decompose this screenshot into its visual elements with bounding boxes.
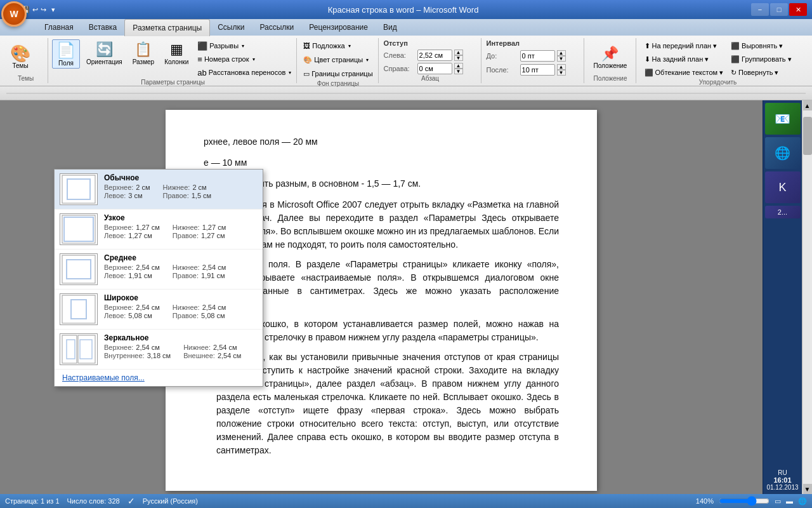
line-numbers-button[interactable]: ≡ Номера строк ▾ (195, 53, 294, 65)
tab-insert[interactable]: Вставка (81, 19, 125, 36)
after-down[interactable]: ▼ (557, 70, 566, 76)
sidebar-icon-2[interactable]: 🌐 (765, 137, 801, 169)
narrow-col2: Нижнее:1,27 см Правое:1,27 см (173, 224, 226, 239)
hyphenation-label: Расстановка переносов (209, 69, 285, 76)
scroll-thumb[interactable] (803, 117, 812, 155)
fields-dropdown: Обычное Верхнее: 2 см Левое: 3 см (54, 169, 263, 387)
before-spinner[interactable]: ▲ ▼ (557, 50, 566, 62)
bring-to-front-button[interactable]: ⬆ На передний план ▾ (641, 39, 727, 52)
narrow-col1: Верхнее:1,27 см Левое:1,27 см (104, 224, 160, 239)
page-color-button[interactable]: 🎨 Цвет страницы ▾ (301, 53, 375, 66)
mirrored-outer-label: Внешнее: (183, 352, 215, 359)
right-indent-input[interactable] (417, 63, 452, 74)
menu-item-normal[interactable]: Обычное Верхнее: 2 см Левое: 3 см (55, 170, 263, 210)
right-indent-down[interactable]: ▼ (454, 69, 463, 74)
medium-bottom-val: 2,54 см (202, 264, 226, 271)
watermark-button[interactable]: 🖼 Подложка ▾ (301, 39, 375, 52)
align-label: Выровнять (742, 42, 777, 50)
quick-access-redo[interactable]: ↪ (41, 6, 46, 14)
sidebar-icon-1[interactable]: 📧 (765, 103, 801, 135)
customize-fields-link[interactable]: Настраиваемые поля... (55, 370, 263, 386)
mirrored-inner-label: Внутреннее: (104, 352, 145, 359)
customize-fields-label: Настраиваемые поля... (62, 373, 145, 382)
status-view-normal[interactable]: ▭ (775, 497, 781, 505)
sidebar-icon-3[interactable]: K (765, 171, 801, 203)
page-borders-icon: ▭ (303, 70, 310, 78)
page-borders-button[interactable]: ▭ Границы страницы (301, 67, 375, 80)
columns-button[interactable]: ▦ Колонки (160, 39, 192, 67)
position-label: Положение (594, 62, 627, 69)
text-wrap-button[interactable]: ⬛ Обтекание текстом ▾ (641, 66, 727, 79)
rotate-button[interactable]: ↻ Повернуть ▾ (728, 66, 795, 79)
position-button[interactable]: 📌 Положение (589, 43, 632, 72)
group-arrow: ▾ (788, 55, 792, 64)
left-indent-input[interactable] (417, 50, 452, 61)
normal-top-label: Верхнее: (104, 184, 133, 191)
status-page: Страница: 1 из 1 (5, 497, 60, 505)
status-bar: Страница: 1 из 1 Число слов: 328 ✓ Русск… (0, 494, 812, 508)
wide-info: Широкое Верхнее:2,54 см Левое:5,08 см Ни… (104, 293, 258, 319)
list-item-3: Вызвать окошко, в котором устанавливаетс… (216, 318, 559, 344)
menu-item-mirrored[interactable]: Зеркальное Верхнее:2,54 см Внутреннее:3,… (55, 330, 263, 370)
before-input[interactable] (520, 50, 555, 62)
scrollbar-vertical[interactable]: ▲ ▼ (802, 100, 812, 494)
wide-left-val: 5,08 см (128, 312, 152, 319)
after-up[interactable]: ▲ (557, 64, 566, 70)
zoom-slider[interactable] (719, 496, 769, 506)
scroll-up-button[interactable]: ▲ (803, 100, 812, 110)
status-view-layout[interactable]: ▬ (786, 497, 793, 505)
page-background-group: 🖼 Подложка ▾ 🎨 Цвет страницы ▾ ▭ Границы… (298, 38, 378, 83)
after-input[interactable] (520, 64, 555, 76)
tab-references[interactable]: Ссылки (210, 19, 252, 36)
group-button[interactable]: ⬛ Группировать ▾ (728, 53, 795, 65)
text-wrap-label: Обтекание текстом (655, 69, 718, 76)
mirrored-name: Зеркальное (104, 333, 258, 342)
right-sidebar: 📧 🌐 K 2... RU 16:01 01.12.2013 (763, 100, 802, 494)
align-button[interactable]: ⬛ Выровнять ▾ (728, 39, 795, 52)
breaks-button[interactable]: ⬛ Разрывы ▾ (195, 39, 294, 52)
main-area: рхнее, левое поля — 20 мм е — 10 мм роке… (0, 100, 812, 494)
send-to-back-button[interactable]: ⬇ На задний план ▾ (641, 53, 727, 65)
menu-item-narrow[interactable]: Узкое Верхнее:1,27 см Левое:1,27 см Нижн… (55, 210, 263, 250)
position-group: 📌 Положение Положение (586, 38, 636, 83)
hyphenation-button[interactable]: ab Расстановка переносов ▾ (195, 66, 294, 79)
tab-view[interactable]: Вид (376, 19, 405, 36)
right-indent-label: Справа: (384, 65, 416, 72)
left-indent-up[interactable]: ▲ (454, 50, 463, 55)
close-button[interactable]: ✕ (789, 3, 807, 16)
fields-button[interactable]: 📄 Поля (52, 39, 80, 69)
left-indent-down[interactable]: ▼ (454, 55, 463, 61)
narrow-top-val: 1,27 см (136, 224, 160, 231)
scroll-down-button[interactable]: ▼ (803, 484, 812, 494)
after-row: После: ▲ ▼ (487, 63, 580, 77)
medium-preview-svg (61, 254, 96, 284)
maximize-button[interactable]: □ (770, 3, 788, 16)
size-button[interactable]: 📋 Размер (129, 39, 158, 67)
before-up[interactable]: ▲ (557, 50, 566, 56)
page-setup-label: Параметры страницы (52, 79, 294, 86)
rotate-arrow: ▾ (775, 69, 778, 77)
normal-bottom-label: Нижнее: (163, 184, 190, 191)
right-indent-spinner[interactable]: ▲ ▼ (454, 63, 463, 74)
right-indent-up[interactable]: ▲ (454, 63, 463, 69)
minimize-button[interactable]: − (751, 3, 769, 16)
wide-preview (60, 293, 98, 325)
status-spell-icon[interactable]: ✓ (128, 496, 135, 506)
tab-pagelayout[interactable]: Разметка страницы (124, 19, 210, 36)
status-view-web[interactable]: 🌐 (798, 497, 807, 505)
quick-access-undo[interactable]: ↩ (32, 6, 38, 14)
tab-home[interactable]: Главная (37, 19, 81, 36)
orientation-button[interactable]: 🔄 Ориентация (82, 39, 126, 67)
tab-mailings[interactable]: Рассылки (252, 19, 301, 36)
medium-preview (60, 253, 98, 285)
narrow-right-label: Правое: (173, 232, 199, 239)
tab-review[interactable]: Рецензирование (301, 19, 376, 36)
mirrored-top-val: 2,54 см (136, 344, 160, 351)
after-spinner[interactable]: ▲ ▼ (557, 64, 566, 76)
menu-item-wide[interactable]: Широкое Верхнее:2,54 см Левое:5,08 см Ни… (55, 290, 263, 330)
menu-item-medium[interactable]: Среднее Верхнее:2,54 см Левое:1,91 см Ни… (55, 250, 263, 290)
themes-button[interactable]: 🎨 Темы (6, 43, 34, 71)
left-indent-spinner[interactable]: ▲ ▼ (454, 50, 463, 61)
office-button[interactable]: W (1, 1, 27, 27)
before-down[interactable]: ▼ (557, 56, 566, 62)
